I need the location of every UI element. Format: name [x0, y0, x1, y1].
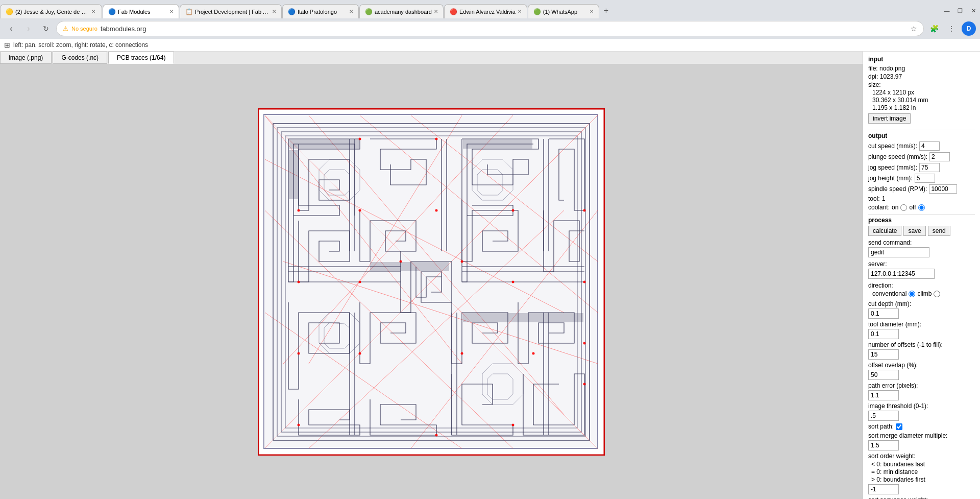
conventional-radio[interactable] — [909, 291, 915, 297]
svg-point-60 — [583, 383, 586, 385]
back-button[interactable]: ‹ — [4, 21, 18, 36]
tab-6-close[interactable]: ✕ — [518, 9, 522, 14]
send-command-input[interactable] — [868, 247, 929, 257]
climb-label: climb — [917, 290, 932, 297]
pcb-visualization — [258, 108, 605, 456]
send-button[interactable]: send — [928, 226, 950, 236]
size-mm: 30.362 x 30.014 mm — [868, 97, 975, 104]
svg-point-51 — [583, 280, 586, 283]
minimize-button[interactable]: — — [940, 4, 953, 17]
close-button[interactable]: ✕ — [967, 4, 980, 17]
security-label: No seguro — [71, 26, 97, 32]
sort-merge-label: sort merge diameter multiple: — [868, 432, 975, 439]
tab-6[interactable]: 🔴 Edwin Alvarez Valdivia ✕ — [444, 4, 527, 18]
tab-gcodes[interactable]: G-codes (.nc) — [53, 52, 107, 64]
profile-button[interactable]: D — [962, 21, 976, 36]
tab-pcb[interactable]: PCB traces (1/64) — [108, 52, 174, 64]
svg-point-53 — [359, 352, 361, 354]
main-area: image (.png) G-codes (.nc) PCB traces (1… — [0, 52, 980, 499]
cut-depth-label: cut depth (mm): — [868, 300, 975, 307]
tab-4-close[interactable]: ✕ — [349, 9, 353, 14]
svg-point-55 — [532, 352, 535, 354]
sort-order-pos: > 0: boundaries first — [868, 476, 975, 483]
svg-point-52 — [298, 352, 300, 354]
tool-value: 1 — [882, 195, 886, 202]
direction-row: conventional climb — [868, 290, 975, 297]
svg-point-43 — [435, 209, 438, 211]
climb-radio[interactable] — [934, 291, 940, 297]
menu-button[interactable]: ⋮ — [944, 21, 959, 36]
coolant-off-radio[interactable] — [918, 204, 925, 211]
tabs-nav: image (.png) G-codes (.nc) PCB traces (1… — [0, 52, 863, 64]
jog-speed-input[interactable] — [919, 163, 940, 172]
size-in: 1.195 x 1.182 in — [868, 104, 975, 111]
cut-depth-input[interactable] — [868, 308, 899, 319]
svg-point-47 — [359, 280, 361, 283]
tab-6-title: Edwin Alvarez Valdivia — [459, 9, 516, 15]
tab-5-title: academany dashboard — [375, 9, 432, 15]
forward-button[interactable]: › — [21, 21, 36, 36]
canvas-viewport[interactable] — [0, 64, 863, 499]
invert-image-button[interactable]: invert image — [868, 113, 911, 124]
server-input[interactable] — [868, 269, 935, 279]
tab-3[interactable]: 📋 Project Development | Fab Acad... ✕ — [180, 4, 282, 18]
plunge-speed-row: plunge speed (mm/s): — [868, 152, 975, 161]
cut-speed-input[interactable] — [919, 141, 940, 151]
file-value: nodo.png — [879, 65, 905, 72]
tab-5[interactable]: 🟢 academany dashboard ✕ — [359, 4, 444, 18]
tab-2[interactable]: 🔵 Fab Modules ✕ — [103, 4, 179, 18]
extensions-button[interactable]: 🧩 — [927, 21, 941, 36]
sort-order-label: sort order weight: — [868, 453, 975, 460]
tool-row: tool: 1 — [868, 195, 975, 202]
spindle-speed-input[interactable] — [929, 184, 957, 194]
tool-diameter-input[interactable] — [868, 329, 899, 339]
hint-text: left: pan, scroll: zoom, right: rotate, … — [13, 41, 148, 49]
reload-button[interactable]: ↻ — [39, 21, 53, 36]
output-section-title: output — [868, 132, 975, 139]
num-offsets-input[interactable] — [868, 349, 899, 360]
new-tab-button[interactable]: + — [600, 4, 612, 17]
plunge-speed-input[interactable] — [929, 152, 950, 161]
coolant-off-label: off — [909, 204, 916, 211]
num-offsets-label: number of offsets (-1 to fill): — [868, 341, 975, 348]
tab-1[interactable]: 🟡 (2) Jesse & Joy, Gente de Zona... ✕ — [0, 4, 102, 18]
coolant-on-radio[interactable] — [900, 204, 907, 211]
tab-3-title: Project Development | Fab Acad... — [195, 9, 270, 15]
offset-overlap-input[interactable] — [868, 370, 899, 380]
tab-7-title: (1) WhatsApp — [543, 9, 587, 15]
jog-height-input[interactable] — [915, 174, 935, 183]
path-error-input[interactable] — [868, 390, 899, 400]
svg-point-45 — [583, 209, 586, 211]
server-label: server: — [868, 260, 975, 268]
tab-image[interactable]: image (.png) — [0, 52, 52, 64]
sort-path-checkbox[interactable] — [896, 423, 902, 430]
tab-7-close[interactable]: ✕ — [590, 9, 594, 14]
image-threshold-input[interactable] — [868, 411, 899, 421]
tab-4[interactable]: 🔵 Italo Pratolongo ✕ — [282, 4, 359, 18]
star-icon[interactable]: ☆ — [911, 25, 917, 33]
tab-2-favicon: 🔵 — [108, 8, 116, 15]
sort-order-input[interactable] — [868, 484, 899, 494]
size-label: size: — [868, 81, 975, 88]
tab-3-close[interactable]: ✕ — [272, 9, 276, 14]
calculate-button[interactable]: calculate — [868, 226, 901, 236]
svg-point-41 — [298, 209, 300, 211]
tab-2-close[interactable]: ✕ — [169, 9, 174, 14]
tab-2-title: Fab Modules — [118, 9, 167, 15]
save-button[interactable]: save — [903, 226, 925, 236]
sort-merge-input[interactable] — [868, 440, 899, 450]
divider-2 — [868, 214, 975, 215]
page-content: ⊞ left: pan, scroll: zoom, right: rotate… — [0, 39, 980, 499]
spindle-speed-label: spindle speed (RPM): — [868, 185, 927, 193]
tab-5-close[interactable]: ✕ — [434, 9, 438, 14]
address-bar[interactable]: ⚠ No seguro fabmodules.org ☆ — [56, 21, 924, 36]
jog-height-row: jog height (mm): — [868, 174, 975, 183]
coolant-on-label: on — [892, 204, 898, 211]
tab-7-favicon: 🟢 — [533, 8, 541, 15]
tab-6-favicon: 🔴 — [450, 8, 457, 15]
restore-button[interactable]: ❐ — [953, 4, 967, 17]
tab-7[interactable]: 🟢 (1) WhatsApp ✕ — [528, 4, 599, 18]
tab-1-close[interactable]: ✕ — [90, 9, 96, 14]
sort-sequence-label: sort sequence weight: — [868, 496, 975, 499]
sort-order-neg: < 0: boundaries last — [868, 461, 975, 468]
